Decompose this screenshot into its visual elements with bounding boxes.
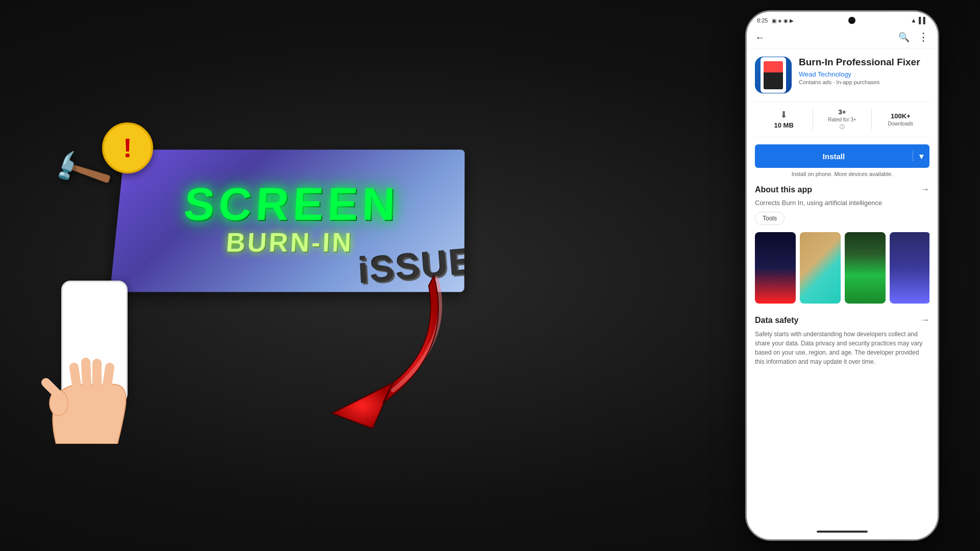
screenshot-1[interactable] [755, 232, 796, 304]
app-meta: Burn-In Professional Fixer Wead Technolo… [799, 57, 929, 85]
app-toolbar: ← 🔍 ⋮ [747, 27, 938, 48]
stats-row: ⬇ 10 MB 3+ Rated for 3+ ⓘ 100K+ Download… [755, 102, 929, 137]
stat-rating: 3+ Rated for 3+ ⓘ [813, 108, 871, 131]
app-icon [755, 57, 792, 93]
banner-area: ! 🔨 SCREEN BURN-IN iSSUE [20, 97, 470, 454]
stat-downloads-value: 100K+ [891, 112, 911, 120]
about-section-title: About this app [755, 185, 812, 194]
exclamation-mark: ! [123, 133, 132, 163]
data-safety-header[interactable]: Data safety → [755, 315, 929, 325]
data-safety-text: Safety starts with understanding how dev… [755, 330, 929, 366]
burn-in-text: BURN-IN [225, 227, 354, 258]
status-icons: ▣ ◈ ◉ ▶ [772, 18, 793, 23]
app-developer[interactable]: Wead Technology [799, 70, 929, 78]
about-section-arrow: → [920, 184, 929, 195]
data-safety-section: Data safety → Safety starts with underst… [755, 313, 929, 366]
data-safety-title: Data safety [755, 316, 798, 325]
svg-marker-0 [332, 383, 393, 429]
download-icon: ⬇ [780, 109, 788, 120]
svg-line-6 [46, 383, 60, 397]
screenshot-4[interactable] [890, 232, 929, 304]
warning-icon: ! [102, 122, 153, 173]
search-button[interactable]: 🔍 [898, 32, 910, 43]
rating-info-icon: ⓘ [840, 123, 845, 131]
app-title: Burn-In Professional Fixer [799, 57, 929, 68]
svg-line-1 [74, 367, 77, 385]
stat-rating-label: Rated for 3+ [828, 117, 856, 122]
back-button[interactable]: ← [755, 32, 765, 43]
phone-mockup-container: 8:25 ▣ ◈ ◉ ▶ ▲ ▌▌ ← 🔍 ⋮ [745, 10, 939, 541]
stat-rating-value: 3+ [839, 108, 846, 116]
stat-size-value: 10 MB [774, 121, 794, 129]
app-icon-inner [761, 57, 786, 93]
screen-text: SCREEN [182, 182, 400, 227]
about-section-desc: Corrects Burn In, using artificial intel… [755, 199, 929, 207]
status-bar-left: 8:25 ▣ ◈ ◉ ▶ [757, 17, 794, 23]
app-tags: Contains ads · In-app purchases [799, 79, 929, 85]
more-options-button[interactable]: ⋮ [918, 31, 929, 44]
install-button-label: Install [755, 152, 913, 161]
time-display: 8:25 [757, 17, 768, 23]
wifi-icon: ▲ [911, 17, 917, 24]
app-icon-screen [764, 61, 783, 89]
phone-mockup: 8:25 ▣ ◈ ◉ ▶ ▲ ▌▌ ← 🔍 ⋮ [745, 10, 939, 541]
tools-tag[interactable]: Tools [755, 212, 785, 225]
screenshot-3[interactable] [845, 232, 886, 304]
camera-cutout [848, 17, 855, 24]
status-bar-right: ▲ ▌▌ [911, 17, 927, 24]
status-bar: 8:25 ▣ ◈ ◉ ▶ ▲ ▌▌ [747, 12, 938, 27]
about-section-header[interactable]: About this app → [755, 184, 929, 195]
status-bar-center [794, 17, 911, 24]
screenshots-row [755, 232, 929, 304]
app-header: Burn-In Professional Fixer Wead Technolo… [755, 48, 929, 102]
hand-phone-illustration [36, 230, 148, 444]
data-safety-arrow: → [920, 315, 929, 325]
svg-line-4 [107, 367, 110, 385]
stat-downloads-label: Downloads [888, 121, 913, 127]
left-panel: ! 🔨 SCREEN BURN-IN iSSUE [0, 0, 490, 551]
install-dropdown-arrow[interactable]: ▾ [913, 152, 929, 161]
screenshot-2[interactable] [800, 232, 841, 304]
home-indicator [817, 531, 868, 533]
hand-svg [36, 342, 148, 444]
battery-icon: ▌▌ [919, 17, 927, 24]
svg-line-2 [86, 362, 87, 384]
install-note: Install on phone. More devices available… [755, 171, 929, 177]
stat-downloads: 100K+ Downloads [872, 112, 929, 127]
stat-size: ⬇ 10 MB [755, 109, 813, 130]
install-button[interactable]: Install ▾ [755, 144, 929, 168]
toolbar-right-icons: 🔍 ⋮ [898, 31, 929, 44]
phone-bottom-bar [747, 524, 938, 539]
red-arrow [291, 260, 454, 439]
app-content-area: Burn-In Professional Fixer Wead Technolo… [747, 48, 938, 524]
